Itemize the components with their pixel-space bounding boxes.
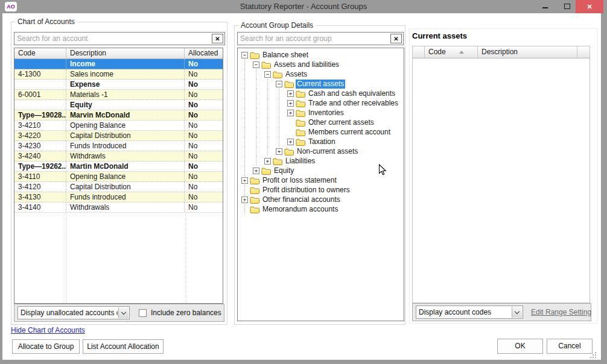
allocated-table-header: Code Description bbox=[413, 46, 590, 58]
tree-node-label[interactable]: Current assets bbox=[296, 80, 345, 89]
tree-node-label[interactable]: Non-current assets bbox=[296, 147, 359, 156]
tree-connector-line bbox=[256, 89, 256, 98]
expand-icon[interactable]: + bbox=[287, 139, 294, 145]
folder-icon bbox=[250, 51, 259, 59]
tree-node-label[interactable]: Memorandum accounts bbox=[261, 205, 339, 214]
tree-node-label[interactable]: Liabilities bbox=[284, 157, 316, 166]
collapse-icon[interactable]: − bbox=[276, 81, 282, 87]
expand-icon[interactable]: + bbox=[264, 158, 271, 165]
tree-node-label[interactable]: Taxation bbox=[307, 137, 337, 146]
selected-group-heading: Current assets bbox=[412, 31, 467, 40]
tree-connector-line bbox=[244, 195, 245, 204]
maximize-button[interactable] bbox=[558, 0, 577, 13]
account-row[interactable]: 4-1300Sales incomeNo bbox=[14, 69, 223, 80]
clear-search-icon[interactable]: ✕ bbox=[212, 34, 223, 43]
account-row[interactable]: IncomeNo bbox=[14, 59, 223, 69]
collapse-icon[interactable]: − bbox=[264, 71, 271, 78]
column-header-allocated[interactable]: Allocated bbox=[185, 48, 223, 58]
tree-connector-line bbox=[279, 108, 279, 118]
hide-chart-of-accounts-link[interactable]: Hide Chart of Accounts bbox=[11, 326, 85, 334]
tree-connector-line bbox=[244, 69, 245, 79]
tree-node-label[interactable]: Assets bbox=[284, 70, 308, 79]
folder-icon bbox=[284, 80, 294, 88]
group-search-input[interactable] bbox=[240, 33, 389, 44]
clear-search-icon[interactable]: ✕ bbox=[390, 34, 402, 43]
account-row[interactable]: Type—19028...Marvin McDonaldNo bbox=[14, 110, 223, 121]
tree-node-label[interactable]: Cash and cash equivalents bbox=[307, 89, 396, 98]
display-codes-dropdown[interactable]: Display account codes bbox=[416, 306, 523, 319]
folder-icon bbox=[296, 109, 305, 117]
include-zero-checkbox[interactable] bbox=[139, 309, 147, 317]
tree-connector-line bbox=[244, 89, 245, 98]
tree-connector-line bbox=[256, 156, 256, 166]
tree-node-label[interactable]: Profit or loss statement bbox=[261, 176, 338, 185]
expand-icon[interactable]: + bbox=[287, 90, 294, 97]
tree-node-label[interactable]: Equity bbox=[273, 166, 295, 175]
account-cell: No bbox=[185, 131, 223, 140]
tree-node: +Other financial accounts bbox=[238, 195, 404, 204]
tree-node-label[interactable]: Other current assets bbox=[307, 118, 375, 127]
tree-node-label[interactable]: Profit distribution to owners bbox=[261, 186, 351, 195]
column-header-description[interactable]: Description bbox=[478, 46, 577, 58]
account-cell: No bbox=[185, 59, 223, 69]
account-row[interactable]: 3-4220Capital DistributionNo bbox=[14, 131, 223, 141]
account-row[interactable]: 3-4130Funds introducedNo bbox=[14, 192, 223, 202]
cancel-button[interactable]: Cancel bbox=[547, 339, 593, 354]
tree-node-label[interactable]: Assets and liabilities bbox=[273, 60, 340, 69]
collapse-icon[interactable]: − bbox=[253, 61, 259, 68]
account-cell: Withdrawls bbox=[66, 151, 185, 161]
filter-dropdown-value: Display unallocated accounts only bbox=[21, 307, 118, 318]
collapse-icon[interactable]: − bbox=[241, 52, 248, 58]
accounts-table: Code Description Allocated IncomeNo4-130… bbox=[14, 48, 223, 304]
account-row[interactable]: ExpenseNo bbox=[14, 80, 223, 90]
tree-node-label[interactable]: Inventories bbox=[307, 108, 345, 118]
account-row[interactable]: Type—19262...Martin McDonaldNo bbox=[14, 162, 223, 172]
account-row[interactable]: 3-4110Opening BalanceNo bbox=[14, 172, 223, 182]
column-header-description[interactable]: Description bbox=[66, 48, 185, 58]
account-cell: No bbox=[185, 90, 223, 99]
tree-node: −Current assets bbox=[238, 79, 404, 89]
account-row[interactable]: 3-4230Funds IntroducedNo bbox=[14, 141, 223, 151]
account-row[interactable]: 3-4210Opening BalanceNo bbox=[14, 121, 223, 131]
tree-connector-line bbox=[244, 166, 245, 175]
tree-node: +Trade and other receivables bbox=[238, 98, 404, 108]
expand-icon[interactable]: + bbox=[276, 148, 282, 155]
mouse-cursor-icon bbox=[378, 164, 387, 176]
account-cell: Marvin McDonald bbox=[66, 110, 185, 120]
filter-dropdown[interactable]: Display unallocated accounts only bbox=[17, 306, 130, 319]
account-row[interactable]: EquityNo bbox=[14, 100, 223, 110]
expand-icon[interactable]: + bbox=[287, 110, 294, 116]
tree-node-label[interactable]: Other financial accounts bbox=[261, 195, 342, 204]
tree-connector-line bbox=[267, 98, 268, 108]
minimize-button[interactable] bbox=[536, 0, 555, 13]
expand-icon[interactable]: + bbox=[253, 168, 259, 174]
tree-node-label[interactable]: Trade and other receivables bbox=[307, 99, 399, 108]
resize-grip-icon[interactable] bbox=[590, 352, 597, 359]
account-search-input[interactable] bbox=[17, 33, 210, 44]
row-selector-header bbox=[413, 46, 425, 58]
allocate-to-group-button[interactable]: Allocate to Group bbox=[12, 339, 80, 354]
account-cell: No bbox=[185, 182, 223, 192]
tree-node-label[interactable]: Balance sheet bbox=[261, 51, 310, 60]
account-cell: No bbox=[185, 121, 223, 130]
list-account-allocation-button[interactable]: List Account Allocation bbox=[83, 339, 164, 354]
tree-connector-line bbox=[244, 60, 245, 69]
account-row[interactable]: 3-4120Capital DistributionNo bbox=[14, 182, 223, 192]
folder-icon bbox=[296, 99, 305, 107]
accounts-table-body: IncomeNo4-1300Sales incomeNoExpenseNo6-0… bbox=[14, 59, 223, 213]
account-row[interactable]: 6-0001Materials -1No bbox=[14, 90, 223, 100]
account-cell: Opening Balance bbox=[66, 172, 185, 181]
account-row[interactable]: 3-4240WithdrawlsNo bbox=[14, 151, 223, 162]
ok-button[interactable]: OK bbox=[497, 339, 543, 354]
column-header-code[interactable]: Code bbox=[14, 48, 66, 58]
account-cell: 3-4120 bbox=[14, 182, 66, 192]
edit-range-setting-link[interactable]: Edit Range Setting bbox=[531, 304, 591, 321]
close-button[interactable]: ✕ bbox=[576, 0, 603, 13]
tree-node-label[interactable]: Members current account bbox=[307, 128, 392, 137]
tree-connector-line bbox=[256, 98, 256, 108]
expand-icon[interactable]: + bbox=[287, 100, 294, 107]
column-header-code[interactable]: Code bbox=[425, 46, 478, 58]
tree-connector-line bbox=[267, 146, 268, 156]
tree-connector-line bbox=[244, 118, 245, 127]
account-row[interactable]: 3-4140WithdrawalsNo bbox=[14, 202, 223, 213]
